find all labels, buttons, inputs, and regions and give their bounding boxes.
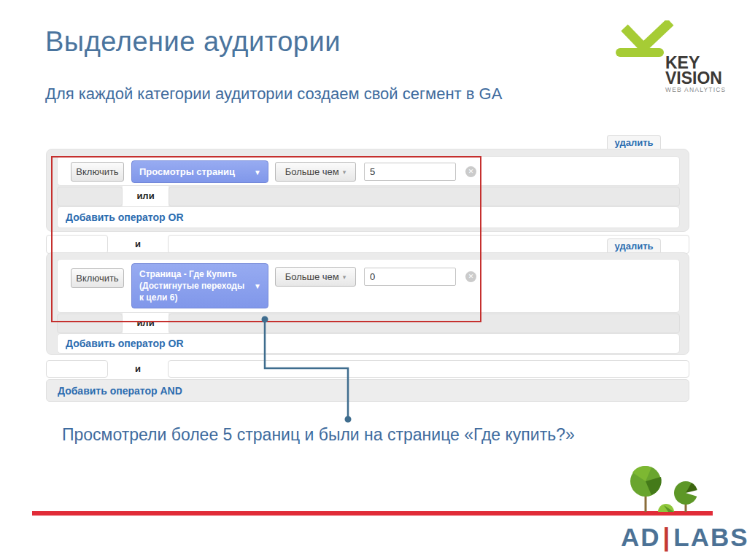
add-or-row-2: Добавить оператор OR [57,333,680,354]
delete-tab-2[interactable]: удалить [607,238,661,253]
annotation-connector [255,314,357,427]
adlabs-text-labs: LABS [673,523,747,551]
and-separator-label-2: и [108,360,168,378]
adlabs-logo: AD|LABS [621,523,747,552]
delete-tab-1[interactable]: удалить [607,135,661,149]
add-or-link-2[interactable]: Добавить оператор OR [66,338,184,349]
and-separator-box [46,360,108,378]
annotation-rectangle [51,156,481,322]
trees-graphic [619,462,721,512]
caption-text: Просмотрели более 5 страниц и были на ст… [62,425,575,445]
adlabs-divider: | [661,523,674,551]
footer-line [32,511,713,516]
and-separator-box [168,360,689,378]
add-and-row: Добавить оператор AND [46,379,689,402]
adlabs-text-ad: AD [621,523,661,551]
add-and-link[interactable]: Добавить оператор AND [58,385,182,397]
